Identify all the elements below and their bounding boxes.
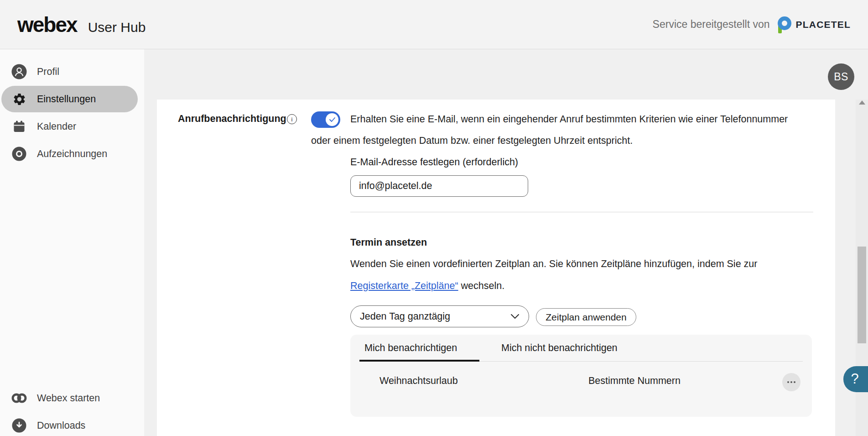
check-icon bbox=[329, 117, 336, 122]
webex-loops-icon bbox=[11, 390, 27, 406]
top-header: webex User Hub Service bereitgestellt vo… bbox=[0, 0, 868, 49]
link-suffix-text: wechseln. bbox=[458, 280, 505, 291]
tab-mich-benachrichtigen[interactable]: Mich benachrichtigen bbox=[364, 342, 457, 354]
gear-icon bbox=[11, 91, 27, 107]
sidebar-item-label: Einstellungen bbox=[37, 94, 96, 105]
notification-rules-panel: Mich benachrichtigen Mich nicht benachri… bbox=[350, 335, 812, 417]
content-scrollbar-thumb[interactable] bbox=[858, 247, 866, 343]
tab-mich-nicht-benachrichtigen[interactable]: Mich nicht benachrichtigen bbox=[501, 342, 618, 354]
sidebar-item-label: Profil bbox=[37, 66, 59, 78]
person-icon bbox=[11, 64, 27, 79]
sidebar-item-label: Webex starten bbox=[37, 393, 100, 404]
call-notification-toggle[interactable] bbox=[311, 111, 340, 128]
content-scroll-up-arrow[interactable] bbox=[859, 100, 865, 105]
download-icon bbox=[11, 418, 27, 433]
service-provided-by-label: Service bereitgestellt von bbox=[653, 18, 770, 31]
settings-content-panel: Anrufbenachrichtigung i Erhalten Sie ein… bbox=[157, 100, 835, 436]
record-icon bbox=[11, 146, 27, 162]
placetel-logo: PLACETEL bbox=[777, 16, 851, 34]
apply-schedule-button[interactable]: Zeitplan anwenden bbox=[536, 308, 636, 326]
sidebar-item-profil[interactable]: Profil bbox=[1, 58, 138, 85]
info-icon-glyph: i bbox=[291, 116, 293, 123]
chevron-down-icon bbox=[510, 314, 520, 319]
email-field[interactable] bbox=[350, 175, 528, 197]
call-notification-description-line2: oder einem festgelegten Datum bzw. einer… bbox=[311, 135, 633, 147]
sidebar-item-label: Kalender bbox=[37, 121, 76, 132]
sidebar-item-aufzeichnungen[interactable]: Aufzeichnungen bbox=[1, 141, 138, 167]
sidebar-item-label: Aufzeichnungen bbox=[37, 148, 107, 160]
brand: webex User Hub bbox=[17, 12, 146, 37]
call-notification-label: Anrufbenachrichtigung bbox=[178, 113, 286, 125]
webex-user-hub-page: webex User Hub Service bereitgestellt vo… bbox=[0, 0, 868, 436]
schedule-dropdown-value: Jeden Tag ganztägig bbox=[360, 311, 450, 322]
schedule-description: Wenden Sie einen vordefinierten Zeitplan… bbox=[350, 258, 757, 270]
service-provider-area: Service bereitgestellt von PLACETEL bbox=[653, 16, 851, 34]
schedule-dropdown[interactable]: Jeden Tag ganztägig bbox=[350, 305, 529, 327]
webex-logo: webex bbox=[17, 12, 77, 37]
call-notification-description-line1: Erhalten Sie eine E-Mail, wenn ein einge… bbox=[350, 114, 788, 125]
sidebar-item-einstellungen[interactable]: Einstellungen bbox=[1, 86, 138, 112]
avatar[interactable]: BS bbox=[828, 63, 854, 90]
section-divider bbox=[350, 212, 813, 212]
placetel-wordmark: PLACETEL bbox=[796, 19, 851, 30]
sidebar: Profil Einstellungen Kalender bbox=[0, 49, 144, 436]
info-icon[interactable]: i bbox=[287, 114, 297, 124]
rule-more-options-button[interactable] bbox=[782, 373, 800, 391]
email-field-label: E-Mail-Adresse festlegen (erforderlich) bbox=[350, 157, 518, 168]
page-title: User Hub bbox=[88, 20, 146, 35]
ellipsis-icon bbox=[787, 381, 789, 383]
rule-criteria: Bestimmte Nummern bbox=[588, 375, 681, 387]
placetel-blue-ring bbox=[778, 16, 791, 30]
calendar-icon bbox=[11, 119, 27, 134]
sidebar-item-downloads[interactable]: Downloads bbox=[1, 412, 138, 436]
placetel-logo-icon bbox=[777, 16, 792, 34]
active-tab-underline bbox=[359, 360, 479, 362]
schedule-section-title: Termin ansetzen bbox=[350, 237, 427, 248]
rule-name: Weihnachtsurlaub bbox=[379, 375, 458, 387]
zeitplaene-tab-link[interactable]: Registerkarte „Zeitpläne“ bbox=[350, 280, 458, 291]
help-button[interactable]: ? bbox=[843, 366, 868, 392]
sidebar-item-label: Downloads bbox=[37, 420, 85, 431]
sidebar-item-kalender[interactable]: Kalender bbox=[1, 113, 138, 140]
sidebar-item-webex-starten[interactable]: Webex starten bbox=[1, 385, 138, 411]
toggle-knob bbox=[326, 113, 338, 126]
schedule-link-line: Registerkarte „Zeitpläne“ wechseln. bbox=[350, 280, 504, 292]
